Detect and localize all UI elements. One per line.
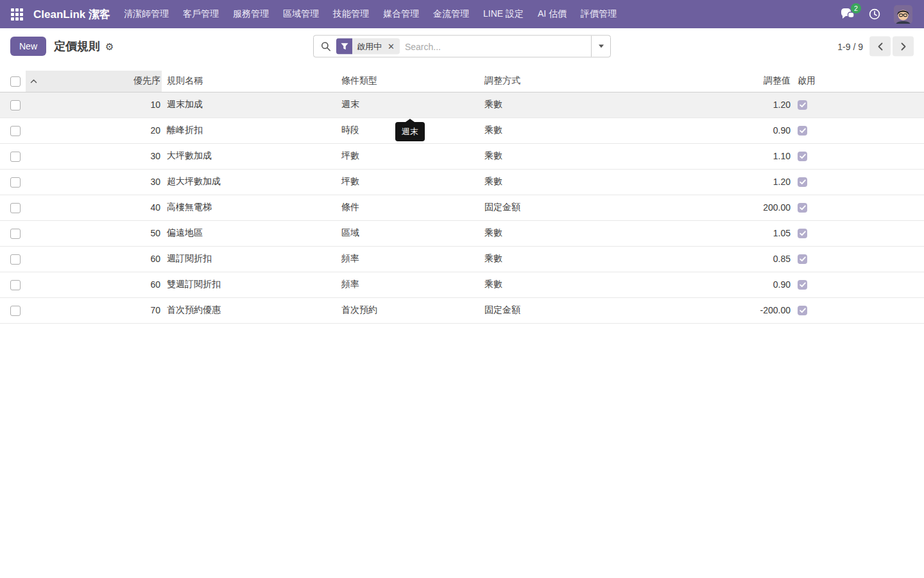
- new-button[interactable]: New: [10, 37, 46, 56]
- row-checkbox[interactable]: [10, 306, 21, 316]
- priority-cell[interactable]: 70: [26, 297, 162, 323]
- table-row[interactable]: 30 大坪數加成 坪數 乘數 1.10: [0, 143, 924, 169]
- rule-name-cell[interactable]: 大坪數加成: [162, 143, 336, 169]
- adjustment-method-cell[interactable]: 乘數: [479, 246, 721, 272]
- condition-type-cell[interactable]: 首次預約: [336, 297, 479, 323]
- row-checkbox[interactable]: [10, 100, 21, 110]
- priority-cell[interactable]: 50: [26, 220, 162, 246]
- table-row[interactable]: 70 首次預約優惠 首次預約 固定金額 -200.00: [0, 297, 924, 323]
- header-condition-type[interactable]: 條件類型: [336, 71, 479, 92]
- active-checkbox[interactable]: [798, 177, 807, 187]
- table-row[interactable]: 20 離峰折扣 時段 乘數 0.90: [0, 118, 924, 143]
- adjustment-value-cell[interactable]: 1.20: [721, 92, 793, 118]
- messages-icon[interactable]: 2: [840, 7, 855, 21]
- condition-type-cell[interactable]: 頻率: [336, 272, 479, 297]
- rule-name-cell[interactable]: 週末加成: [162, 92, 336, 118]
- active-checkbox[interactable]: [798, 254, 807, 264]
- active-checkbox[interactable]: [798, 126, 807, 136]
- priority-cell[interactable]: 60: [26, 272, 162, 297]
- active-checkbox[interactable]: [798, 306, 807, 315]
- condition-type-cell[interactable]: 坪數: [336, 143, 479, 169]
- topbar-menu-item[interactable]: 客戶管理: [176, 5, 226, 23]
- adjustment-value-cell[interactable]: 0.90: [721, 272, 793, 297]
- pager-previous-button[interactable]: [869, 37, 891, 57]
- brand-title[interactable]: CleanLink 潔客: [33, 7, 110, 22]
- active-checkbox[interactable]: [798, 229, 807, 238]
- priority-cell[interactable]: 10: [26, 92, 162, 118]
- adjustment-value-cell[interactable]: 1.10: [721, 143, 793, 169]
- header-active[interactable]: 啟用: [793, 71, 828, 92]
- topbar-menu-item[interactable]: LINE 設定: [476, 5, 531, 23]
- row-checkbox[interactable]: [10, 280, 21, 290]
- topbar-menu-item[interactable]: 區域管理: [276, 5, 326, 23]
- condition-type-cell[interactable]: 頻率: [336, 246, 479, 272]
- header-priority[interactable]: 優先序: [26, 71, 162, 92]
- search-input[interactable]: [400, 41, 591, 51]
- adjustment-method-cell[interactable]: 乘數: [479, 92, 721, 118]
- adjustment-method-cell[interactable]: 固定金額: [479, 297, 721, 323]
- pager-next-button[interactable]: [893, 37, 914, 57]
- rule-name-cell[interactable]: 首次預約優惠: [162, 297, 336, 323]
- header-rule-name[interactable]: 規則名稱: [162, 71, 336, 92]
- row-checkbox[interactable]: [10, 152, 21, 162]
- table-row[interactable]: 50 偏遠地區 區域 乘數 1.05: [0, 220, 924, 246]
- adjustment-value-cell[interactable]: 0.85: [721, 246, 793, 272]
- rule-name-cell[interactable]: 雙週訂閱折扣: [162, 272, 336, 297]
- adjustment-method-cell[interactable]: 乘數: [479, 118, 721, 143]
- rule-name-cell[interactable]: 偏遠地區: [162, 220, 336, 246]
- adjustment-method-cell[interactable]: 乘數: [479, 169, 721, 195]
- adjustment-value-cell[interactable]: 200.00: [721, 195, 793, 220]
- condition-type-cell[interactable]: 條件: [336, 195, 479, 220]
- condition-type-cell[interactable]: 區域: [336, 220, 479, 246]
- topbar-menu-item[interactable]: AI 估價: [531, 5, 574, 23]
- rule-name-cell[interactable]: 離峰折扣: [162, 118, 336, 143]
- apps-menu-icon[interactable]: [5, 3, 28, 26]
- topbar-menu-item[interactable]: 服務管理: [226, 5, 276, 23]
- topbar-menu-item[interactable]: 媒合管理: [376, 5, 426, 23]
- adjustment-method-cell[interactable]: 固定金額: [479, 195, 721, 220]
- priority-cell[interactable]: 60: [26, 246, 162, 272]
- condition-type-cell[interactable]: 週末: [336, 92, 479, 118]
- row-checkbox[interactable]: [10, 254, 21, 265]
- header-adjustment-value[interactable]: 調整值: [721, 71, 793, 92]
- topbar-menu-item[interactable]: 清潔師管理: [117, 5, 176, 23]
- topbar-menu-item[interactable]: 技能管理: [326, 5, 376, 23]
- condition-type-cell[interactable]: 坪數: [336, 169, 479, 195]
- priority-cell[interactable]: 40: [26, 195, 162, 220]
- rule-name-cell[interactable]: 週訂閱折扣: [162, 246, 336, 272]
- gear-icon[interactable]: ⚙: [105, 42, 114, 51]
- header-adjustment-method[interactable]: 調整方式: [479, 71, 721, 92]
- row-checkbox[interactable]: [10, 177, 21, 188]
- rule-name-cell[interactable]: 超大坪數加成: [162, 169, 336, 195]
- user-avatar[interactable]: [894, 5, 912, 24]
- active-checkbox[interactable]: [798, 100, 807, 110]
- topbar-menu-item[interactable]: 金流管理: [426, 5, 476, 23]
- active-checkbox[interactable]: [798, 152, 807, 161]
- table-row[interactable]: 40 高樓無電梯 條件 固定金額 200.00: [0, 195, 924, 220]
- activities-clock-icon[interactable]: [868, 8, 881, 21]
- adjustment-method-cell[interactable]: 乘數: [479, 143, 721, 169]
- topbar-menu-item[interactable]: 評價管理: [574, 5, 624, 23]
- select-all-checkbox[interactable]: [10, 76, 21, 87]
- adjustment-value-cell[interactable]: 0.90: [721, 118, 793, 143]
- facet-remove-icon[interactable]: ✕: [386, 42, 400, 51]
- search-dropdown-toggle[interactable]: [591, 36, 610, 57]
- adjustment-method-cell[interactable]: 乘數: [479, 272, 721, 297]
- adjustment-method-cell[interactable]: 乘數: [479, 220, 721, 246]
- table-row[interactable]: 60 週訂閱折扣 頻率 乘數 0.85: [0, 246, 924, 272]
- adjustment-value-cell[interactable]: 1.05: [721, 220, 793, 246]
- table-row[interactable]: 10 週末加成 週末 乘數 1.20: [0, 92, 924, 118]
- priority-cell[interactable]: 20: [26, 118, 162, 143]
- active-checkbox[interactable]: [798, 203, 807, 213]
- row-checkbox[interactable]: [10, 203, 21, 213]
- adjustment-value-cell[interactable]: 1.20: [721, 169, 793, 195]
- priority-cell[interactable]: 30: [26, 143, 162, 169]
- search-bar[interactable]: 啟用中 ✕: [313, 35, 611, 58]
- table-row[interactable]: 60 雙週訂閱折扣 頻率 乘數 0.90: [0, 272, 924, 297]
- priority-cell[interactable]: 30: [26, 169, 162, 195]
- rule-name-cell[interactable]: 高樓無電梯: [162, 195, 336, 220]
- adjustment-value-cell[interactable]: -200.00: [721, 297, 793, 323]
- table-row[interactable]: 30 超大坪數加成 坪數 乘數 1.20: [0, 169, 924, 195]
- row-checkbox[interactable]: [10, 229, 21, 239]
- active-checkbox[interactable]: [798, 280, 807, 290]
